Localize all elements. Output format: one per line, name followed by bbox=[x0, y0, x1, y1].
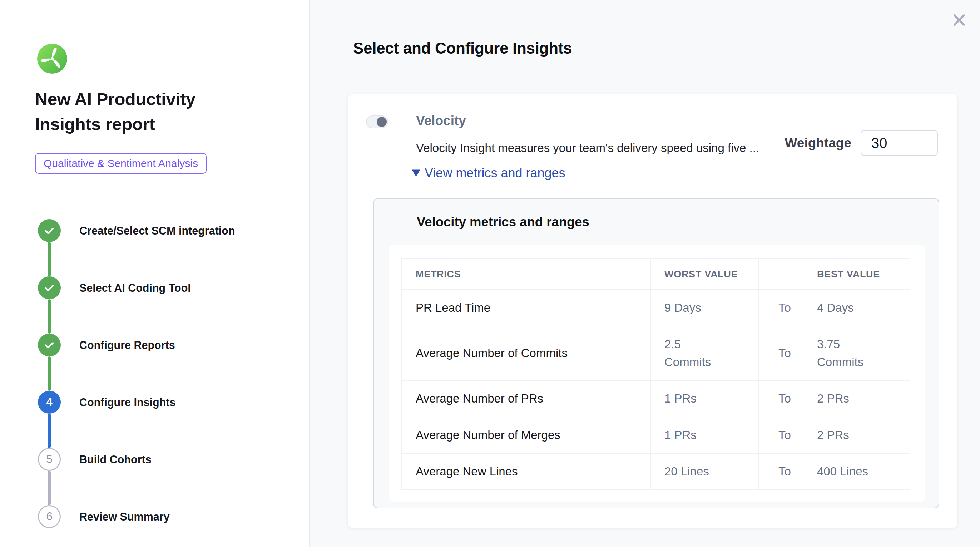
table-header-row: METRICS WORST VALUE BEST VALUE bbox=[402, 259, 910, 290]
table-row: Average New Lines 20 Lines To 400 Lines bbox=[402, 453, 910, 490]
worst-value-cell: 1 PRs bbox=[651, 380, 759, 417]
step-circle bbox=[38, 219, 61, 242]
step-circle: 5 bbox=[38, 448, 61, 471]
weightage-label: Weightage bbox=[785, 136, 851, 150]
stepper-step[interactable]: Configure Reports bbox=[38, 333, 288, 356]
check-icon bbox=[43, 339, 56, 351]
table-row: Average Number of Merges 1 PRs To 2 PRs bbox=[402, 417, 910, 453]
step-label: Configure Reports bbox=[80, 339, 175, 351]
to-cell: To bbox=[759, 417, 803, 453]
configure-insights-panel: Select and Configure Insights Velocity V… bbox=[310, 0, 980, 547]
velocity-toggle[interactable] bbox=[366, 115, 388, 128]
metrics-table-body: PR Lead Time 9 Days To 4 Days Average Nu… bbox=[402, 290, 910, 490]
step-label: Select AI Coding Tool bbox=[80, 282, 191, 294]
toggle-knob bbox=[377, 117, 387, 127]
best-value-cell: 2 PRs bbox=[803, 417, 910, 453]
insight-name: Velocity bbox=[416, 113, 466, 128]
header-to bbox=[759, 259, 803, 290]
step-connector bbox=[48, 356, 51, 391]
check-icon bbox=[43, 225, 56, 237]
stepper: Create/Select SCM integration Select AI … bbox=[38, 219, 288, 547]
view-metrics-label: View metrics and ranges bbox=[425, 166, 565, 180]
step-label: Configure Insights bbox=[80, 396, 175, 409]
header-best-value: BEST VALUE bbox=[803, 259, 910, 290]
best-value-cell: 3.75 Commits bbox=[803, 326, 910, 380]
stepper-step[interactable]: 5 Build Cohorts bbox=[38, 448, 288, 471]
best-value-cell: 400 Lines bbox=[803, 453, 910, 490]
stepper-step[interactable]: Create/Select SCM integration bbox=[38, 219, 288, 242]
close-button[interactable] bbox=[951, 11, 968, 29]
velocity-metrics-panel: Velocity metrics and ranges METRICS WORS… bbox=[373, 198, 939, 509]
header-worst-value: WORST VALUE bbox=[651, 259, 759, 290]
table-row: PR Lead Time 9 Days To 4 Days bbox=[402, 290, 910, 326]
header-metrics: METRICS bbox=[402, 259, 651, 290]
panel-title: Select and Configure Insights bbox=[353, 39, 572, 57]
close-icon bbox=[952, 13, 967, 27]
metrics-table: METRICS WORST VALUE BEST VALUE PR Lead T… bbox=[401, 258, 910, 490]
metrics-panel-title: Velocity metrics and ranges bbox=[417, 215, 589, 230]
propeller-logo-icon bbox=[37, 44, 67, 73]
report-type-badge: Qualitative & Sentiment Analysis bbox=[35, 153, 207, 174]
step-connector bbox=[48, 471, 51, 505]
step-number: 5 bbox=[46, 453, 52, 466]
to-cell: To bbox=[759, 290, 803, 326]
stepper-step[interactable]: Select AI Coding Tool bbox=[38, 276, 288, 299]
table-row: Average Number of Commits 2.5 Commits To… bbox=[402, 326, 910, 380]
best-value-cell: 4 Days bbox=[803, 290, 910, 326]
step-circle bbox=[38, 276, 61, 299]
table-row: Average Number of PRs 1 PRs To 2 PRs bbox=[402, 380, 910, 417]
metric-name-cell: Average Number of Commits bbox=[402, 326, 651, 380]
step-circle: 4 bbox=[38, 391, 61, 414]
step-connector bbox=[48, 242, 51, 276]
check-icon bbox=[43, 282, 56, 294]
step-connector bbox=[48, 414, 51, 448]
insight-description: Velocity Insight measures your team's de… bbox=[416, 141, 759, 155]
stepper-step[interactable]: 6 Review Summary bbox=[38, 505, 288, 528]
triangle-down-icon bbox=[412, 169, 420, 177]
metric-name-cell: Average New Lines bbox=[402, 453, 651, 490]
worst-value-cell: 2.5 Commits bbox=[651, 326, 759, 380]
step-number: 4 bbox=[46, 396, 52, 409]
metrics-table-card: METRICS WORST VALUE BEST VALUE PR Lead T… bbox=[389, 245, 925, 502]
weightage-group: Weightage bbox=[785, 130, 938, 156]
metric-name-cell: Average Number of PRs bbox=[402, 380, 651, 417]
metric-name-cell: PR Lead Time bbox=[402, 290, 651, 326]
worst-value-cell: 1 PRs bbox=[651, 417, 759, 453]
step-number: 6 bbox=[46, 510, 52, 523]
to-cell: To bbox=[759, 326, 803, 380]
stepper-step[interactable]: 4 Configure Insights bbox=[38, 391, 288, 414]
wizard-sidebar: New AI Productivity Insights report Qual… bbox=[0, 0, 310, 547]
step-connector bbox=[48, 299, 51, 333]
step-circle: 6 bbox=[38, 505, 61, 528]
weightage-input[interactable] bbox=[861, 130, 938, 156]
view-metrics-link[interactable]: View metrics and ranges bbox=[412, 166, 565, 180]
worst-value-cell: 20 Lines bbox=[651, 453, 759, 490]
metric-name-cell: Average Number of Merges bbox=[402, 417, 651, 453]
step-circle bbox=[38, 333, 61, 356]
report-title: New AI Productivity Insights report bbox=[35, 87, 242, 137]
worst-value-cell: 9 Days bbox=[651, 290, 759, 326]
step-label: Review Summary bbox=[80, 510, 170, 523]
step-label: Create/Select SCM integration bbox=[80, 225, 235, 237]
to-cell: To bbox=[759, 453, 803, 490]
to-cell: To bbox=[759, 380, 803, 417]
velocity-insight-card: Velocity Velocity Insight measures your … bbox=[347, 94, 958, 528]
best-value-cell: 2 PRs bbox=[803, 380, 910, 417]
step-label: Build Cohorts bbox=[80, 453, 151, 466]
